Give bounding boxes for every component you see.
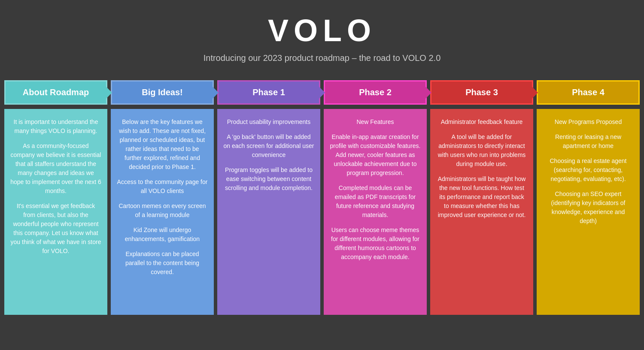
body-paragraph: Administrators will be taught how the ne… <box>436 175 527 220</box>
column-header-phase2: Phase 2 <box>324 80 427 105</box>
column-separator <box>427 80 430 315</box>
subtitle: Introducing our 2023 product roadmap – t… <box>0 53 644 63</box>
body-paragraph: Explanations can be placed parallel to t… <box>117 250 208 277</box>
column-header-about: About Roadmap <box>4 80 107 105</box>
body-paragraph: Renting or leasing a new apartment or ho… <box>543 133 634 151</box>
column-body-about: It is important to understand the many t… <box>4 109 107 315</box>
arrow-connector-phase2 <box>425 87 431 99</box>
body-paragraph: Choosing a real estate agent (searching … <box>543 157 634 184</box>
body-paragraph: Administrator feedback feature <box>436 118 527 127</box>
column-separator <box>214 80 217 315</box>
body-paragraph: Product usability improvements <box>223 118 314 127</box>
column-header-big-ideas: Big Ideas! <box>111 80 214 105</box>
column-header-phase3: Phase 3 <box>430 80 533 105</box>
arrow-connector-phase3 <box>532 87 538 99</box>
column-header-phase1: Phase 1 <box>217 80 320 105</box>
column-separator <box>320 80 324 315</box>
body-paragraph: Program toggles will be added to ease sw… <box>223 166 314 193</box>
body-paragraph: Cartoon memes on every screen of a learn… <box>117 202 208 220</box>
column-separator <box>533 80 537 315</box>
column-body-phase4: New Programs ProposedRenting or leasing … <box>537 109 640 315</box>
roadmap-container: About RoadmapIt is important to understa… <box>4 80 640 315</box>
logo: VOLO <box>0 13 644 48</box>
body-paragraph: A 'go back' button will be added on each… <box>223 133 314 160</box>
column-body-phase1: Product usability improvementsA 'go back… <box>217 109 320 315</box>
column-about: About RoadmapIt is important to understa… <box>4 80 107 315</box>
body-paragraph: Enable in-app avatar creation for profil… <box>330 133 421 178</box>
body-paragraph: It is important to understand the many t… <box>10 118 101 136</box>
column-phase4: Phase 4New Programs ProposedRenting or l… <box>537 80 640 315</box>
column-phase3: Phase 3Administrator feedback featureA t… <box>430 80 533 315</box>
body-paragraph: Kid Zone will undergo enhancements, gami… <box>117 226 208 244</box>
column-body-big-ideas: Below are the key features we wish to ad… <box>111 109 214 315</box>
arrow-connector-about <box>106 87 112 99</box>
column-big-ideas: Big Ideas!Below are the key features we … <box>111 80 214 315</box>
arrow-connector-phase1 <box>319 87 325 99</box>
column-separator <box>107 80 111 315</box>
column-header-phase4: Phase 4 <box>537 80 640 105</box>
column-body-phase3: Administrator feedback featureA tool wil… <box>430 109 533 315</box>
column-body-phase2: New FeaturesEnable in-app avatar creatio… <box>324 109 427 315</box>
body-paragraph: Completed modules can be emailed as PDF … <box>330 184 421 220</box>
arrow-connector-big-ideas <box>213 87 219 99</box>
column-phase1: Phase 1Product usability improvementsA '… <box>217 80 320 315</box>
body-paragraph: As a community-focused company we believ… <box>10 142 101 196</box>
body-paragraph: New Programs Proposed <box>543 118 634 127</box>
body-paragraph: Access to the community page for all VOL… <box>117 178 208 196</box>
body-paragraph: New Features <box>330 118 421 127</box>
column-phase2: Phase 2New FeaturesEnable in-app avatar … <box>324 80 427 315</box>
body-paragraph: It's essential we get feedback from clie… <box>10 202 101 256</box>
body-paragraph: Below are the key features we wish to ad… <box>117 118 208 172</box>
body-paragraph: A tool will be added for administrators … <box>436 133 527 169</box>
page-header: VOLO Introducing our 2023 product roadma… <box>0 0 644 67</box>
body-paragraph: Choosing an SEO expert (identifying key … <box>543 190 634 226</box>
body-paragraph: Users can choose meme themes for differe… <box>330 226 421 262</box>
